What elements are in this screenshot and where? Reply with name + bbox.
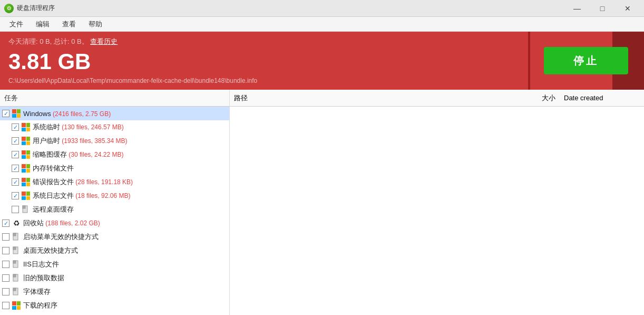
- menu-item-查看[interactable]: 查看: [57, 18, 81, 31]
- task-row-old-prefetch[interactable]: 旧的预取数据: [0, 271, 229, 285]
- task-row-start-menu-shortcuts[interactable]: 启动菜单无效的快捷方式: [0, 230, 229, 244]
- task-row-font-cache[interactable]: 字体缓存: [0, 285, 229, 299]
- close-button[interactable]: ✕: [616, 0, 640, 17]
- menu-item-文件[interactable]: 文件: [4, 18, 28, 31]
- task-icon-sys-temp: [21, 122, 31, 132]
- task-name-recycle-bin: 回收站 (188 files, 2.02 GB): [23, 218, 227, 228]
- task-name-remote-desktop-cache: 远程桌面缓存: [33, 205, 227, 214]
- task-name-memory-dump: 内存转储文件: [33, 164, 227, 173]
- task-name-old-prefetch: 旧的预取数据: [23, 273, 227, 283]
- checkbox-iis-log[interactable]: [2, 261, 9, 268]
- svg-rect-9: [13, 274, 16, 277]
- history-link[interactable]: 查看历史: [90, 37, 118, 45]
- task-row-recycle-bin[interactable]: ♻回收站 (188 files, 2.02 GB): [0, 216, 229, 230]
- checkbox-sys-log[interactable]: [12, 192, 19, 199]
- task-icon-thumbnail-cache: [21, 150, 31, 159]
- task-icon-remote-desktop-cache: [21, 205, 31, 214]
- app-title: 硬盘清理程序: [17, 4, 55, 13]
- main-area: 任务 Windows (2416 files, 2.75 GB)系统临时 (13…: [0, 90, 644, 315]
- task-icon-desktop-shortcuts: [12, 246, 21, 255]
- column-header-task: 任务: [0, 90, 229, 107]
- col-task-label: 任务: [0, 93, 229, 103]
- task-count-thumbnail-cache: (30 files, 24.22 MB): [67, 151, 123, 158]
- task-name-desktop-shortcuts: 桌面无效快捷方式: [23, 246, 227, 255]
- menu-bar: 文件编辑查看帮助: [0, 17, 644, 32]
- svg-rect-7: [13, 261, 16, 263]
- task-name-windows: Windows (2416 files, 2.75 GB): [23, 110, 227, 118]
- task-count-error-report: (28 files, 191.18 KB): [74, 178, 133, 186]
- task-row-error-report[interactable]: 错误报告文件 (28 files, 191.18 KB): [0, 175, 229, 189]
- task-name-start-menu-shortcuts: 启动菜单无效的快捷方式: [23, 232, 227, 242]
- task-row-sys-log[interactable]: 系统日志文件 (18 files, 92.06 MB): [0, 189, 229, 203]
- task-row-iis-log[interactable]: IIS日志文件: [0, 257, 229, 271]
- svg-rect-5: [13, 247, 16, 250]
- title-bar: ⊙ 硬盘清理程序 — □ ✕: [0, 0, 644, 17]
- task-name-error-report: 错误报告文件 (28 files, 191.18 KB): [33, 177, 227, 187]
- title-bar-left: ⊙ 硬盘清理程序: [4, 4, 55, 13]
- checkbox-start-menu-shortcuts[interactable]: [2, 233, 9, 241]
- task-row-remote-desktop-cache[interactable]: 远程桌面缓存: [0, 203, 229, 216]
- svg-rect-3: [13, 233, 16, 236]
- task-icon-font-cache: [12, 287, 21, 297]
- col-size-label: 大小: [496, 93, 560, 103]
- menu-item-编辑[interactable]: 编辑: [31, 18, 55, 31]
- task-icon-user-temp: [21, 136, 31, 146]
- total-size: 3.81 GB: [8, 51, 520, 73]
- checkbox-error-report[interactable]: [12, 178, 19, 186]
- maximize-button[interactable]: □: [590, 0, 614, 17]
- current-path: C:\Users\dell\AppData\Local\Temp\mucomma…: [8, 77, 520, 84]
- task-row-windows[interactable]: Windows (2416 files, 2.75 GB): [0, 107, 229, 120]
- status-text: 今天清理: 0 B, 总计: 0 B。 查看历史: [8, 37, 520, 46]
- task-icon-downloaded-programs: [12, 301, 21, 310]
- task-name-thumbnail-cache: 缩略图缓存 (30 files, 24.22 MB): [33, 150, 227, 159]
- task-row-sys-temp[interactable]: 系统临时 (130 files, 246.57 MB): [0, 120, 229, 134]
- checkbox-desktop-shortcuts[interactable]: [2, 247, 9, 254]
- task-list[interactable]: Windows (2416 files, 2.75 GB)系统临时 (130 f…: [0, 107, 229, 315]
- task-count-windows: (2416 files, 2.75 GB): [51, 110, 111, 118]
- header-right: 停止: [528, 32, 644, 90]
- checkbox-thumbnail-cache[interactable]: [12, 151, 19, 158]
- task-icon-iis-log: [12, 260, 21, 269]
- svg-rect-11: [13, 288, 16, 291]
- checkbox-old-prefetch[interactable]: [2, 274, 9, 282]
- app-icon: ⊙: [4, 4, 14, 13]
- checkbox-downloaded-programs[interactable]: [2, 302, 9, 309]
- stop-button[interactable]: 停止: [544, 47, 628, 74]
- task-row-user-temp[interactable]: 用户临时 (1933 files, 385.34 MB): [0, 134, 229, 148]
- header-left: 今天清理: 0 B, 总计: 0 B。 查看历史 3.81 GB C:\User…: [0, 32, 528, 90]
- minimize-button[interactable]: —: [565, 0, 589, 17]
- menu-item-帮助[interactable]: 帮助: [83, 18, 108, 31]
- task-icon-old-prefetch: [12, 273, 21, 283]
- checkbox-windows[interactable]: [2, 110, 9, 117]
- task-count-user-temp: (1933 files, 385.34 MB): [60, 137, 127, 145]
- deco-bar: [528, 32, 530, 90]
- task-name-downloaded-programs: 下载的程序: [23, 301, 227, 310]
- checkbox-recycle-bin[interactable]: [2, 219, 9, 227]
- task-name-sys-temp: 系统临时 (130 files, 246.57 MB): [33, 122, 227, 132]
- task-count-sys-log: (18 files, 92.06 MB): [74, 192, 130, 199]
- task-row-desktop-shortcuts[interactable]: 桌面无效快捷方式: [0, 244, 229, 257]
- task-row-thumbnail-cache[interactable]: 缩略图缓存 (30 files, 24.22 MB): [0, 148, 229, 161]
- task-name-user-temp: 用户临时 (1933 files, 385.34 MB): [33, 136, 227, 146]
- task-icon-error-report: [21, 177, 31, 187]
- checkbox-font-cache[interactable]: [2, 288, 9, 295]
- col-date-label: Date created: [560, 94, 644, 102]
- task-name-iis-log: IIS日志文件: [23, 260, 227, 269]
- task-icon-windows: [12, 109, 21, 118]
- task-row-memory-dump[interactable]: 内存转储文件: [0, 161, 229, 175]
- task-name-sys-log: 系统日志文件 (18 files, 92.06 MB): [33, 191, 227, 201]
- col-path-label: 路径: [230, 93, 496, 103]
- task-name-font-cache: 字体缓存: [23, 287, 227, 297]
- checkbox-memory-dump[interactable]: [12, 165, 19, 172]
- checkbox-sys-temp[interactable]: [12, 123, 19, 131]
- task-icon-start-menu-shortcuts: [12, 232, 21, 242]
- task-icon-recycle-bin: ♻: [12, 218, 21, 228]
- task-row-downloaded-programs[interactable]: 下载的程序: [0, 299, 229, 312]
- left-panel: 任务 Windows (2416 files, 2.75 GB)系统临时 (13…: [0, 90, 230, 315]
- task-icon-sys-log: [21, 191, 31, 201]
- right-panel: 路径 大小 Date created: [230, 90, 644, 315]
- task-count-sys-temp: (130 files, 246.57 MB): [60, 123, 124, 131]
- checkbox-user-temp[interactable]: [12, 137, 19, 145]
- checkbox-remote-desktop-cache[interactable]: [12, 206, 19, 213]
- right-content: [230, 107, 644, 315]
